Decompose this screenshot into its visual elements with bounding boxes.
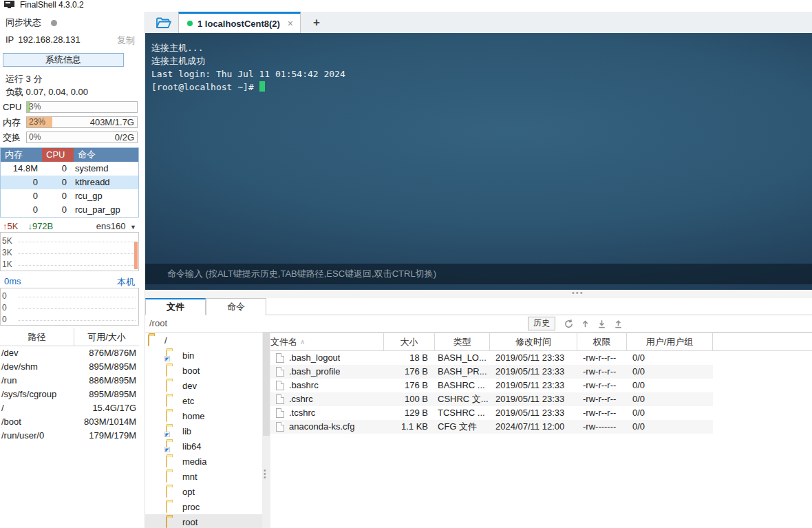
col-type[interactable]: 类型 — [435, 333, 490, 350]
tree-scrollbar[interactable]: ••• — [262, 332, 270, 528]
tab-files[interactable]: 文件 — [145, 298, 206, 315]
swap-meter-label: 交换 — [3, 131, 26, 144]
tree-item-dev[interactable]: dev — [145, 378, 262, 393]
tree-item-home[interactable]: home — [145, 408, 262, 423]
file-row[interactable]: .bash_logout 18 B BASH_LO... 2019/05/11 … — [270, 351, 812, 365]
scrollbar-thumb[interactable] — [263, 332, 270, 436]
tree-label: mnt — [182, 472, 197, 482]
tree-item-media[interactable]: media — [145, 454, 262, 469]
file-row[interactable]: .tcshrc 129 B TCSHRC ... 2019/05/11 23:3… — [270, 406, 812, 420]
sync-status-dot-icon — [51, 20, 57, 26]
session-tabbar: 1 localhostCent8(2) × + — [145, 12, 812, 33]
tree-item-lib[interactable]: ◤ lib — [145, 423, 262, 439]
app-icon — [4, 1, 14, 9]
tree-item-proc[interactable]: proc — [145, 499, 262, 514]
folder-icon — [166, 395, 167, 407]
disk-row[interactable]: /dev/shm 895M/895M — [0, 360, 139, 374]
splitter-handle-icon[interactable]: ••• — [572, 288, 584, 297]
terminal[interactable]: 连接主机... 连接主机成功 Last login: Thu Jul 11 01… — [145, 33, 812, 290]
disk-table-header: 路径 可用/大小 — [0, 328, 139, 346]
close-tab-icon[interactable]: × — [286, 18, 295, 29]
tab-terminal-session[interactable]: 1 localhostCent8(2) × — [178, 12, 301, 33]
memory-meter: 内存 23% 403M/1.7G — [3, 116, 138, 128]
file-table: 文件名∧ 大小 类型 修改时间 权限 用户/用户组 .bash_logout 1… — [270, 332, 812, 528]
disk-row[interactable]: /sys/fs/cgroup 895M/895M — [0, 388, 139, 401]
disk-path: /dev — [0, 346, 19, 360]
network-traffic-spike — [134, 242, 138, 269]
chevron-down-icon: ▼ — [130, 224, 136, 231]
tree-item-root[interactable]: / — [145, 332, 262, 348]
net-ytick: 5K — [2, 236, 19, 246]
folder-icon — [166, 410, 167, 422]
file-row[interactable]: .bashrc 176 B BASHRC ... 2019/05/11 23:3… — [270, 379, 812, 392]
process-cpu: 0 — [42, 162, 74, 176]
terminal-output: 连接主机... 连接主机成功 Last login: Thu Jul 11 01… — [151, 41, 345, 94]
file-row[interactable]: anaconda-ks.cfg 1.1 KB CFG 文件 2024/07/11… — [270, 420, 812, 434]
ping-latency: 0ms — [4, 276, 21, 288]
go-up-icon[interactable] — [579, 317, 591, 330]
tree-item-lib64[interactable]: ◤ lib64 — [145, 439, 262, 454]
folder-icon — [166, 380, 167, 392]
tree-item-etc[interactable]: etc — [145, 393, 262, 408]
history-button[interactable]: 历史 — [528, 317, 555, 330]
interface-selector[interactable]: ens160 ▼ — [96, 221, 136, 231]
disk-row[interactable]: /run 886M/895M — [0, 374, 139, 388]
open-connections-button[interactable] — [151, 14, 177, 32]
refresh-icon[interactable] — [562, 317, 575, 330]
memory-meter-percent: 23% — [29, 117, 45, 127]
disk-row[interactable]: /boot 803M/1014M — [0, 415, 139, 429]
process-mem: 0 — [1, 176, 42, 189]
process-row[interactable]: 0 0 rcu_gp — [1, 189, 138, 203]
disk-col-path[interactable]: 路径 — [0, 328, 74, 346]
process-col-cmd[interactable]: 命令 — [74, 148, 138, 162]
process-row[interactable]: 0 0 kthreadd — [1, 176, 138, 189]
horizontal-splitter[interactable]: ••• — [145, 290, 812, 298]
process-col-mem[interactable]: 内存 — [1, 148, 42, 162]
col-filename[interactable]: 文件名∧ — [270, 333, 384, 350]
process-cpu: 0 — [42, 189, 74, 203]
upload-icon[interactable] — [612, 317, 624, 330]
process-cpu: 0 — [42, 203, 74, 217]
col-size[interactable]: 大小 — [384, 333, 435, 350]
bottom-panel: 文件 命令 /root 历史 — [145, 298, 812, 528]
system-info-button[interactable]: 系统信息 — [3, 53, 124, 67]
tree-item-boot[interactable]: boot — [145, 363, 262, 378]
col-owner[interactable]: 用户/用户组 — [627, 333, 713, 350]
tree-item-root-home[interactable]: root — [145, 514, 262, 528]
command-input-bar[interactable]: 命令输入 (按ALT键提示历史,TAB键路径,ESC键返回,双击CTRL切换) — [145, 264, 812, 284]
tab-commands[interactable]: 命令 — [206, 298, 266, 315]
process-row[interactable]: 0 0 rcu_par_gp — [1, 203, 138, 217]
ip-value: 192.168.28.131 — [18, 34, 80, 47]
disk-usage: 895M/895M — [89, 388, 139, 401]
download-icon[interactable] — [595, 317, 608, 330]
tree-item-mnt[interactable]: mnt — [145, 469, 262, 484]
disk-row[interactable]: / 15.4G/17G — [0, 401, 139, 415]
tree-label: root — [182, 517, 197, 527]
current-path[interactable]: /root — [145, 318, 167, 328]
folder-icon — [166, 471, 167, 483]
path-controls: 历史 — [528, 317, 628, 330]
cpu-meter: CPU 3% — [3, 101, 138, 113]
new-tab-button[interactable]: + — [309, 15, 324, 30]
ping-host[interactable]: 本机 — [117, 276, 135, 288]
file-row[interactable]: .cshrc 100 B CSHRC 文... 2019/05/11 23:33… — [270, 392, 812, 406]
process-table-header: 内存 CPU 命令 — [1, 148, 138, 162]
col-mtime[interactable]: 修改时间 — [490, 333, 577, 350]
disk-col-usage[interactable]: 可用/大小 — [74, 328, 139, 346]
vertical-splitter-handle-icon[interactable]: ••• — [264, 469, 266, 479]
process-row[interactable]: 14.8M 0 systemd — [1, 162, 138, 176]
disk-row[interactable]: /run/user/0 179M/179M — [0, 429, 139, 443]
file-row[interactable]: .bash_profile 176 B BASH_PR... 2019/05/1… — [270, 365, 812, 379]
tab-label: 1 localhostCent8(2) — [197, 19, 280, 29]
folder-icon — [166, 486, 167, 498]
ping-ytick: 0 — [2, 291, 19, 301]
tree-item-bin[interactable]: ◤ bin — [145, 348, 262, 363]
col-perm[interactable]: 权限 — [577, 333, 627, 350]
tree-label: bin — [182, 350, 194, 361]
disk-row[interactable]: /dev 876M/876M — [0, 346, 139, 360]
copy-ip-button[interactable]: 复制 — [117, 34, 135, 47]
process-col-cpu[interactable]: CPU — [42, 148, 74, 162]
disk-usage: 895M/895M — [89, 360, 139, 374]
tree-item-opt[interactable]: opt — [145, 484, 262, 499]
network-down-value: 972B — [32, 221, 53, 231]
